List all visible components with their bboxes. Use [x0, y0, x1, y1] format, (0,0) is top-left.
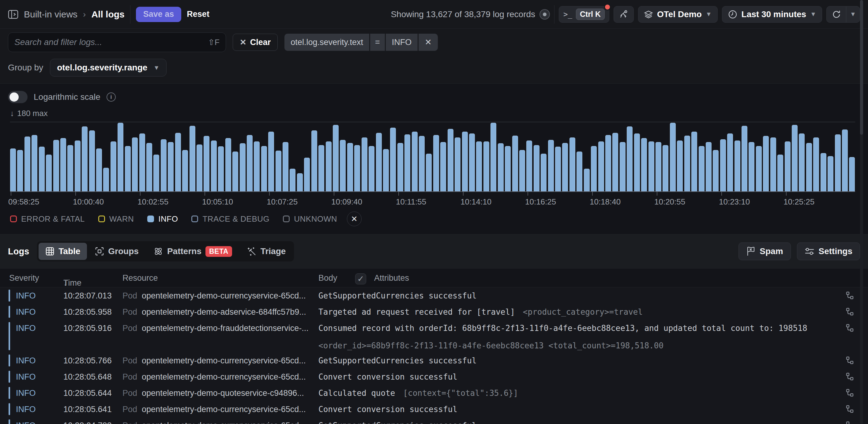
- histogram-bar: [268, 132, 274, 192]
- refresh-split-button: ▼: [826, 6, 860, 23]
- sidebar-toggle-icon[interactable]: [8, 10, 19, 19]
- severity-color-bar: [8, 290, 10, 302]
- filter-chip-field[interactable]: otel.log.severity.text: [284, 34, 369, 51]
- legend-item-unknown[interactable]: UNKNOWN: [283, 214, 337, 224]
- row-body: Calculated quote[context={"total":35.6}]: [318, 389, 828, 398]
- search-input[interactable]: [14, 37, 208, 47]
- axis-tick-label: 10:16:25: [525, 197, 556, 207]
- divider: [130, 5, 130, 24]
- histogram-bar: [225, 138, 231, 192]
- histogram-bar: [627, 126, 632, 192]
- table-row[interactable]: INFO 10:28:07.013 Pod opentelemetry-demo…: [0, 287, 868, 304]
- histogram-bar: [713, 150, 719, 192]
- histogram-bar: [132, 138, 138, 192]
- legend-swatch: [10, 215, 17, 222]
- trace-icon[interactable]: [845, 420, 855, 424]
- filter-chip-value[interactable]: INFO: [386, 34, 418, 51]
- histogram-bar: [792, 125, 798, 192]
- trace-icon[interactable]: [845, 356, 855, 368]
- histogram-bar: [17, 150, 23, 192]
- histogram-bar: [82, 126, 88, 192]
- histogram-bar: [383, 149, 389, 192]
- row-body: GetSupportedCurrencies successful: [318, 291, 828, 300]
- table-row[interactable]: INFO 10:28:04.783 Pod opentelemetry-demo…: [0, 417, 868, 424]
- legend-item-info[interactable]: INFO: [147, 214, 178, 224]
- filter-chip-remove-icon[interactable]: ✕: [418, 34, 438, 51]
- table-row[interactable]: INFO 10:28:05.644 Pod opentelemetry-demo…: [0, 385, 868, 401]
- histogram-bar: [168, 142, 174, 192]
- axis-tick: [205, 192, 205, 195]
- group-by-selector[interactable]: otel.log.severity.range ▼: [50, 59, 166, 77]
- legend-item-trace-debug[interactable]: TRACE & DEBUG: [191, 214, 270, 224]
- clear-filters-button[interactable]: ✕ Clear: [233, 34, 278, 51]
- legend-swatch: [98, 215, 105, 222]
- legend-label: TRACE & DEBUG: [203, 214, 270, 224]
- tab-table[interactable]: Table: [38, 243, 87, 260]
- trace-icon[interactable]: [845, 291, 855, 303]
- trace-icon[interactable]: [845, 323, 855, 336]
- layers-icon: [644, 10, 653, 19]
- severity-label: INFO: [16, 291, 36, 301]
- tab-label: Table: [59, 246, 80, 256]
- histogram-bar: [655, 142, 661, 192]
- row-time: 10:28:05.958: [63, 307, 112, 317]
- trace-icon[interactable]: [845, 307, 855, 319]
- legend-close-button[interactable]: ✕: [347, 212, 362, 226]
- axis-tick-label: 10:23:10: [719, 197, 750, 207]
- histogram-bar: [125, 146, 131, 192]
- reset-button[interactable]: Reset: [187, 9, 210, 19]
- announcements-button[interactable]: [614, 6, 634, 23]
- group-by-label: Group by: [8, 63, 43, 72]
- histogram-bar: [304, 158, 310, 192]
- axis-tick-label: 10:09:40: [331, 197, 362, 207]
- histogram-bar: [584, 169, 590, 192]
- live-record-indicator[interactable]: [539, 9, 550, 20]
- histogram-bar: [333, 125, 339, 192]
- trace-icon[interactable]: [845, 372, 855, 384]
- histogram-bar: [182, 150, 188, 192]
- tab-patterns[interactable]: PatternsBETA: [147, 243, 239, 260]
- axis-tick: [140, 192, 141, 195]
- table-row[interactable]: INFO 10:28:05.766 Pod opentelemetry-demo…: [0, 352, 868, 369]
- histogram-bar: [562, 143, 568, 192]
- attributes-checkbox[interactable]: ✓: [355, 273, 366, 284]
- time-range-selector[interactable]: Last 30 minutes ▼: [722, 6, 822, 23]
- tab-label: Triage: [260, 246, 286, 256]
- row-time: 10:28:05.641: [63, 405, 112, 414]
- log-scale-label: Logarithmic scale: [34, 92, 100, 102]
- histogram-bar: [10, 149, 16, 192]
- histogram-bar: [749, 142, 754, 192]
- trace-icon[interactable]: [845, 404, 855, 417]
- histogram-bar: [706, 142, 712, 192]
- scrollbar-thumb[interactable]: [860, 0, 863, 135]
- tab-groups[interactable]: Groups: [88, 243, 146, 260]
- spam-button[interactable]: Spam: [739, 242, 790, 260]
- table-row[interactable]: INFO 10:28:05.958 Pod opentelemetry-demo…: [0, 304, 868, 320]
- histogram-bar: [612, 133, 618, 192]
- row-body: Consumed record with orderId: 68b9ff8c-2…: [318, 324, 828, 350]
- command-palette-button[interactable]: >_ Ctrl K: [559, 6, 609, 23]
- settings-button[interactable]: Settings: [797, 242, 860, 260]
- breadcrumb-section[interactable]: Built-in views: [24, 9, 78, 20]
- save-as-button[interactable]: Save as: [136, 7, 182, 22]
- refresh-options-caret[interactable]: ▼: [846, 6, 860, 22]
- histogram-bar: [777, 155, 783, 192]
- refresh-button[interactable]: [827, 6, 846, 22]
- vertical-scrollbar[interactable]: [860, 0, 863, 424]
- trace-icon[interactable]: [845, 388, 855, 400]
- table-row[interactable]: INFO 10:28:05.648 Pod opentelemetry-demo…: [0, 369, 868, 385]
- tab-triage[interactable]: Triage: [240, 243, 292, 260]
- info-icon[interactable]: i: [106, 92, 116, 102]
- histogram-bar: [691, 132, 697, 192]
- filter-chip-operator[interactable]: =: [370, 34, 385, 51]
- table-row[interactable]: INFO 10:28:05.916 Pod opentelemetry-demo…: [0, 320, 868, 352]
- breadcrumb-page-title: All logs: [91, 9, 124, 20]
- log-scale-toggle[interactable]: [8, 91, 28, 103]
- histogram-bar: [326, 142, 332, 192]
- legend-item-warn[interactable]: WARN: [98, 214, 134, 224]
- legend-item-error-fatal[interactable]: ERROR & FATAL: [10, 214, 85, 224]
- dataset-selector[interactable]: OTel Demo ▼: [638, 6, 718, 23]
- row-body: Targeted ad request received for [travel…: [318, 307, 828, 316]
- table-row[interactable]: INFO 10:28:05.641 Pod opentelemetry-demo…: [0, 401, 868, 417]
- histogram-bar: [111, 142, 116, 192]
